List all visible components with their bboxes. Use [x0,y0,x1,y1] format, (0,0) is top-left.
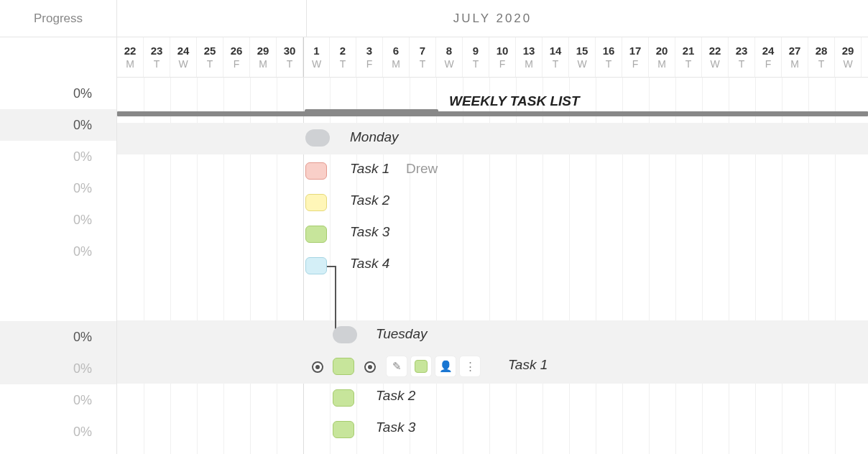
day-cell[interactable]: 13M [516,37,542,77]
color-button[interactable] [410,356,432,377]
day-num: 23 [736,45,748,57]
day-letter: M [126,58,134,70]
more-button[interactable]: ⋮ [459,356,481,377]
task-bar-selected[interactable] [333,358,354,375]
day-cell[interactable]: 14T [542,37,569,77]
day-num: 17 [629,45,642,57]
task-bar[interactable] [333,389,354,407]
day-cell[interactable]: 1W [303,37,330,77]
gantt-panel: JULY 2020 22M 23T 24W 25T 26F 29M 30T 1W… [117,0,868,454]
day-cell[interactable]: 7T [410,37,436,77]
progress-header: Progress [0,0,116,37]
day-num: 22 [124,45,137,57]
task-bar[interactable] [305,257,327,274]
day-num: 24 [177,45,190,57]
progress-value: 0% [0,109,116,141]
day-letter: M [790,58,799,70]
month-header: JULY 2020 [117,0,868,37]
days-row: 22M 23T 24W 25T 26F 29M 30T 1W 2T 3F 6M … [117,37,868,78]
task-label: Task 2 [376,388,415,404]
day-num: 15 [576,45,588,57]
day-num: 2 [340,45,346,57]
day-num: 14 [550,45,562,57]
day-cell[interactable]: 3F [356,37,383,77]
day-letter: W [843,58,852,70]
task-label: Task 3 [376,420,415,435]
day-letter: T [553,58,559,70]
day-cell[interactable]: 8W [436,37,463,77]
day-num: 10 [497,45,509,57]
day-cell[interactable]: 23T [144,37,170,77]
day-cell[interactable]: 22W [702,37,729,77]
day-cell[interactable]: 24F [755,37,782,77]
day-letter: M [657,58,666,70]
progress-blank [0,267,116,321]
day-cell[interactable]: 29W [835,37,862,77]
task-start-handle[interactable] [312,361,323,373]
day-num: 1 [313,45,319,57]
milestone-marker[interactable] [305,129,330,147]
gantt-chart[interactable]: WEEKLY TASK LIST Monday Task 1 Drew Task… [117,78,868,454]
task-bar[interactable] [305,162,327,180]
milestone-marker[interactable] [333,326,357,343]
day-num: 13 [523,45,535,57]
assign-button[interactable]: 👤 [435,356,456,377]
summary-bar[interactable] [117,111,868,116]
day-letter: F [366,58,373,70]
progress-value: 0% [0,236,116,267]
day-letter: W [710,58,719,70]
day-letter: F [632,58,639,70]
day-letter: M [525,58,533,70]
day-cell[interactable]: 30T [277,37,303,77]
summary-bar-segment[interactable] [305,109,438,116]
day-letter: W [178,58,188,70]
day-num: 27 [789,45,801,57]
day-num: 6 [393,45,399,57]
day-cell[interactable]: 24W [170,37,197,77]
day-letter: W [312,58,321,70]
day-cell[interactable]: 17F [622,37,649,77]
day-letter: W [444,58,453,70]
task-label: Task 2 [350,193,389,208]
day-cell[interactable]: 23T [729,37,755,77]
task-bar[interactable] [305,226,327,243]
day-cell[interactable]: 25T [197,37,223,77]
progress-value: 0% [0,384,116,416]
day-cell[interactable]: 29M [250,37,277,77]
task-label: Task 1 [350,161,389,177]
person-icon: 👤 [439,360,453,373]
day-cell[interactable]: 2T [330,37,356,77]
task-label: Task 3 [350,224,389,240]
day-letter: T [606,58,612,70]
day-num: 8 [446,45,452,57]
day-cell[interactable]: 16T [596,37,622,77]
task-bar[interactable] [305,194,327,211]
task-label: Task 4 [350,256,389,272]
month-label: JULY 2020 [453,11,532,26]
day-cell[interactable]: 20M [649,37,675,77]
day-num: 23 [151,45,163,57]
day-letter: T [207,58,213,70]
day-cell[interactable]: 9T [463,37,489,77]
day-cell[interactable]: 21T [675,37,702,77]
day-letter: W [577,58,586,70]
day-letter: T [154,58,160,70]
task-end-handle[interactable] [364,361,376,373]
day-cell[interactable]: 15W [569,37,596,77]
day-cell[interactable]: 27M [782,37,808,77]
day-letter: F [234,58,240,70]
day-letter: T [818,58,825,70]
day-cell[interactable]: 26F [223,37,250,77]
edit-button[interactable]: ✎ [386,356,407,377]
day-num: 28 [816,45,828,57]
day-cell[interactable]: 22M [117,37,144,77]
day-letter: T [685,58,692,70]
day-cell[interactable]: 10F [489,37,516,77]
dependency-line [335,266,336,329]
progress-value: 0% [0,416,116,448]
task-bar[interactable] [333,421,354,438]
progress-value: 0% [0,141,116,172]
day-cell[interactable]: 6M [383,37,410,77]
day-num: 24 [762,45,775,57]
day-cell[interactable]: 28T [808,37,835,77]
